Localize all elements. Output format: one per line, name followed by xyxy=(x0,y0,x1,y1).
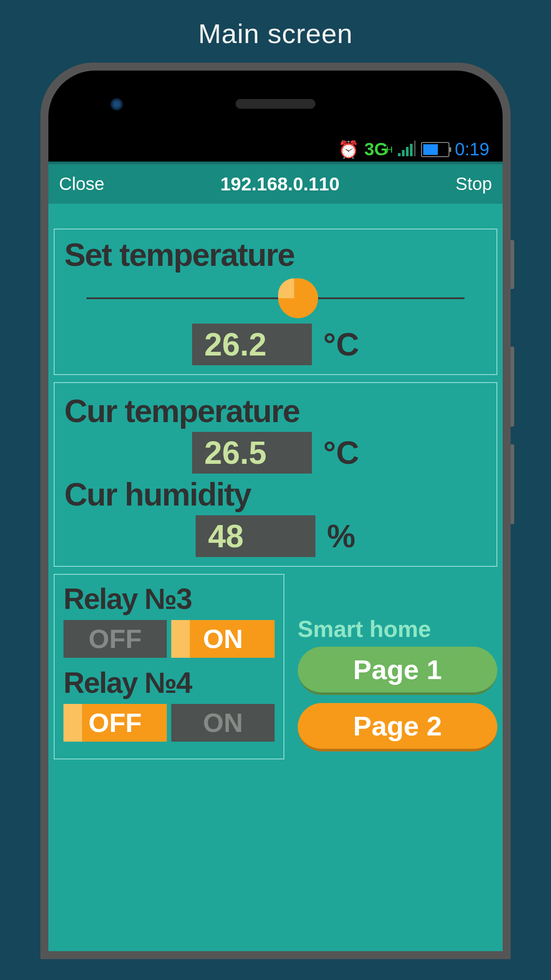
phone-camera xyxy=(110,98,123,111)
close-button[interactable]: Close xyxy=(59,174,104,194)
battery-icon xyxy=(421,142,449,157)
stop-button[interactable]: Stop xyxy=(456,174,492,194)
app-bar: Close 192.168.0.110 Stop xyxy=(48,162,503,204)
relay-3-off-button[interactable]: OFF xyxy=(63,620,167,658)
page-1-button[interactable]: Page 1 xyxy=(298,647,497,695)
temperature-unit: °C xyxy=(323,326,359,363)
temperature-slider[interactable] xyxy=(87,297,464,299)
address-label: 192.168.0.110 xyxy=(220,174,340,195)
phone-speaker xyxy=(236,99,315,109)
phone-side-button xyxy=(511,444,514,524)
relay-3-on-button[interactable]: ON xyxy=(171,620,275,658)
page-2-button[interactable]: Page 2 xyxy=(298,703,497,751)
relay-4-off-button[interactable]: OFF xyxy=(63,704,167,742)
humidity-unit: % xyxy=(327,518,355,554)
temperature-unit: °C xyxy=(323,435,359,471)
relay-panel: Relay №3 OFF ON Relay №4 OFF ON xyxy=(54,574,284,759)
nav-title: Smart home xyxy=(298,616,497,642)
set-temperature-label: Set temperature xyxy=(64,237,487,273)
phone-side-button xyxy=(511,240,514,289)
slider-thumb-icon[interactable] xyxy=(278,278,318,318)
current-temperature-label: Cur temperature xyxy=(64,393,487,429)
network-indicator: 3GH xyxy=(364,139,393,159)
relay-3-label: Relay №3 xyxy=(63,582,275,616)
current-temperature-value: 26.5 xyxy=(192,432,312,474)
nav-column: Smart home Page 1 Page 2 xyxy=(298,574,497,759)
phone-side-button xyxy=(511,347,514,427)
relay-4-label: Relay №4 xyxy=(63,666,275,699)
signal-icon xyxy=(398,141,416,158)
alarm-icon: ⏰ xyxy=(338,140,359,159)
page-title: Main screen xyxy=(0,0,551,63)
app-screen: Close 192.168.0.110 Stop Set temperature… xyxy=(48,162,503,951)
status-time: 0:19 xyxy=(455,139,489,159)
current-humidity-value: 48 xyxy=(196,515,315,557)
current-humidity-label: Cur humidity xyxy=(64,476,487,513)
relay-4-on-button[interactable]: ON xyxy=(171,704,275,742)
readings-panel: Cur temperature 26.5 °C Cur humidity 48 … xyxy=(54,382,497,567)
status-bar: ⏰ 3GH 0:19 xyxy=(48,137,503,162)
set-temperature-input[interactable]: 26.2 xyxy=(192,324,312,365)
set-temperature-panel: Set temperature 26.2 °C xyxy=(54,229,497,375)
phone-frame: ⏰ 3GH 0:19 Close 192.168.0.110 Stop Set … xyxy=(40,63,511,959)
